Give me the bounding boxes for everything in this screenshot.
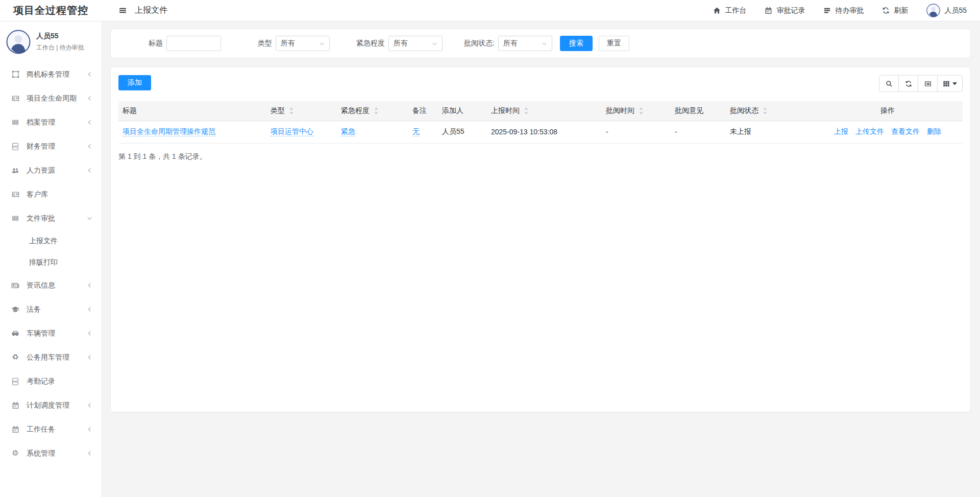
calendar-icon <box>10 425 20 433</box>
col-urgency[interactable]: 紧急程度 <box>337 101 408 121</box>
table-refresh-button[interactable] <box>898 75 918 92</box>
menu-toggle-icon[interactable] <box>118 6 127 15</box>
table-search-button[interactable] <box>879 75 899 92</box>
action-report-link[interactable]: 上报 <box>834 127 848 136</box>
sidebar-item-label: 财务管理 <box>27 142 87 151</box>
chevron-left-icon <box>87 306 92 312</box>
sidebar-item-schedule[interactable]: 计划调度管理 <box>0 393 102 417</box>
row-type-link[interactable]: 项目运管中心 <box>271 127 313 136</box>
type-filter-value: 所有 <box>281 39 295 48</box>
sidebar-item-print-layout[interactable]: 排版打印 <box>0 252 102 273</box>
chevron-left-icon <box>87 72 92 77</box>
col-review-opinion: 批阅意见 <box>671 101 726 121</box>
urgency-filter-select[interactable]: 所有 <box>388 36 443 51</box>
add-button[interactable]: 添加 <box>118 75 151 90</box>
action-upload-file-link[interactable]: 上传文件 <box>855 127 884 136</box>
search-icon <box>886 80 893 87</box>
search-button[interactable]: 搜索 <box>560 36 593 51</box>
chevron-down-icon <box>319 41 325 46</box>
table-toolbar: 添加 <box>118 75 963 92</box>
calendar-icon <box>10 401 20 409</box>
sidebar-item-system[interactable]: ⚙ 系统管理 <box>0 441 102 465</box>
col-report-time[interactable]: 上报时间 <box>487 101 602 121</box>
sidebar-item-label: 车辆管理 <box>27 329 87 338</box>
sidebar-item-vehicle[interactable]: 车辆管理 <box>0 321 102 345</box>
table-columns-button[interactable] <box>937 75 963 92</box>
detail-view-icon <box>924 80 932 87</box>
refresh-icon <box>905 80 912 87</box>
sidebar-item-project-lifecycle[interactable]: 项目全生命周期 <box>0 86 102 110</box>
report-file-panel: 添加 <box>110 67 971 412</box>
sidebar-item-finance[interactable]: 财务管理 <box>0 134 102 158</box>
sidebar-item-label: 资讯信息 <box>27 281 87 290</box>
nav-refresh-label: 刷新 <box>894 6 908 15</box>
title-filter-input[interactable] <box>166 36 221 51</box>
action-view-file-link[interactable]: 查看文件 <box>891 127 920 136</box>
sidebar-item-label: 档案管理 <box>27 118 87 127</box>
type-filter-select[interactable]: 所有 <box>276 36 330 51</box>
sidebar-item-legal[interactable]: 法务 <box>0 297 102 321</box>
col-review-time[interactable]: 批阅时间 <box>602 101 671 121</box>
sidebar-item-tasks[interactable]: 工作任务 <box>0 417 102 441</box>
row-title-link[interactable]: 项目全生命周期管理操作规范 <box>122 127 215 136</box>
action-delete-link[interactable]: 删除 <box>927 127 941 136</box>
row-urgency-link[interactable]: 紧急 <box>341 127 355 136</box>
chevron-left-icon <box>87 282 92 288</box>
status-filter-label: 批阅状态: <box>464 39 495 48</box>
col-review-status[interactable]: 批阅状态 <box>726 101 813 121</box>
nav-workbench[interactable]: 工作台 <box>713 6 746 15</box>
table-detail-view-button[interactable] <box>918 75 938 92</box>
avatar[interactable] <box>6 30 31 54</box>
nav-approval-records-label: 审批记录 <box>776 6 805 15</box>
topbar: 项目全过程管控 上报文件 工作台 审批记录 待办审批 刷新 人员55 <box>0 0 980 21</box>
col-type[interactable]: 类型 <box>266 101 337 121</box>
graduation-cap-icon <box>10 305 20 314</box>
nav-pending-approvals[interactable]: 待办审批 <box>823 6 864 15</box>
calendar-icon <box>765 7 772 14</box>
chevron-left-icon <box>87 451 92 456</box>
topbar-user[interactable]: 人员55 <box>926 4 967 17</box>
sidebar-item-official-vehicle[interactable]: ♻ 公务用车管理 <box>0 345 102 369</box>
sidebar-user-panel: 人员55 工作台 | 待办审批 <box>0 21 102 60</box>
sidebar-item-business-opportunity[interactable]: 商机标务管理 <box>0 62 102 86</box>
table-header-row: 标题 类型 紧急程度 备注 添加人 上报时间 批阅时间 批阅意见 批阅状态 操作 <box>118 101 963 121</box>
status-filter-value: 所有 <box>503 39 518 48</box>
sidebar-item-label: 文件审批 <box>27 214 87 223</box>
nav-refresh[interactable]: 刷新 <box>882 6 908 15</box>
sidebar-item-customers[interactable]: 客户库 <box>0 182 102 206</box>
row-review-status: 未上报 <box>726 121 813 143</box>
title-filter-label: 标题 <box>149 39 163 48</box>
nav-approval-records[interactable]: 审批记录 <box>765 6 805 15</box>
sidebar-item-report-file[interactable]: 上报文件 <box>0 230 102 252</box>
status-filter-select[interactable]: 所有 <box>498 36 552 51</box>
newspaper-icon <box>10 281 20 290</box>
barcode-icon <box>10 215 20 222</box>
sidebar-item-label: 考勤记录 <box>27 377 92 386</box>
barcode-icon <box>10 119 20 126</box>
caret-down-icon <box>952 82 957 85</box>
sidebar-item-news[interactable]: 资讯信息 <box>0 273 102 297</box>
chevron-left-icon <box>87 330 92 336</box>
sidebar-item-file-approval[interactable]: 文件审批 <box>0 206 102 230</box>
sidebar-item-hr[interactable]: 人力资源 <box>0 158 102 182</box>
sidebar-item-label: 商机标务管理 <box>27 70 87 79</box>
type-filter-label: 类型 <box>258 39 272 48</box>
chevron-down-icon <box>432 41 437 46</box>
topbar-user-name: 人员55 <box>944 6 967 15</box>
avatar <box>926 4 940 17</box>
chevron-left-icon <box>87 427 92 432</box>
sidebar-item-archives[interactable]: 档案管理 <box>0 110 102 134</box>
sidebar-item-label: 计划调度管理 <box>27 401 87 410</box>
row-actions: 上报 上传文件 查看文件 删除 <box>817 127 959 136</box>
topbar-nav: 工作台 审批记录 待办审批 刷新 人员55 <box>713 4 980 17</box>
sort-icon <box>763 107 767 114</box>
home-icon <box>713 7 721 14</box>
row-note-link[interactable]: 无 <box>412 127 420 136</box>
columns-icon <box>943 80 950 87</box>
sidebar-item-attendance[interactable]: 考勤记录 <box>0 369 102 393</box>
sort-icon <box>524 107 528 114</box>
filter-bar: 标题 类型 所有 紧急程度 所有 批阅状态: 所有 搜索 重置 <box>110 29 971 58</box>
reset-button[interactable]: 重置 <box>599 36 629 51</box>
col-added-by: 添加人 <box>438 101 487 121</box>
sidebar-user-links[interactable]: 工作台 | 待办审批 <box>36 43 84 52</box>
